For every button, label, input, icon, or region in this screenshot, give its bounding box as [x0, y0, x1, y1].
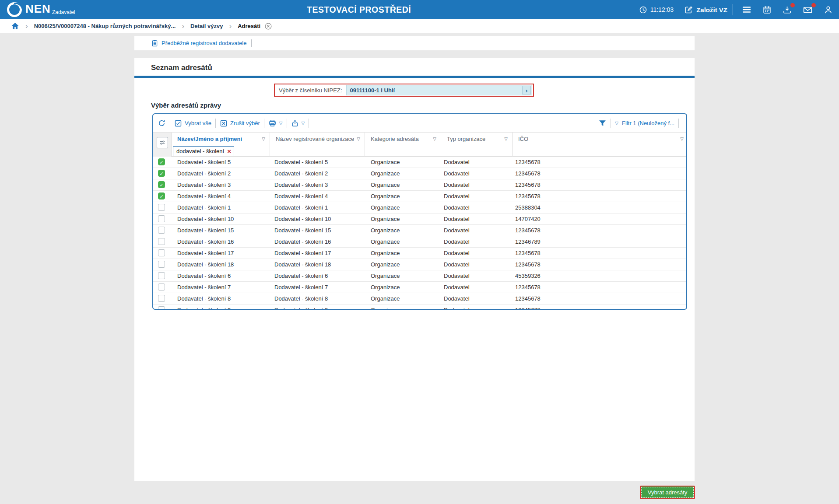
breadcrumb-chevron-icon: › [229, 22, 232, 30]
table-row[interactable]: Dodavatel - školení 18Dodavatel - školen… [153, 259, 686, 270]
cell-type: Dodavatel [444, 282, 470, 293]
cell-organization: Dodavatel - školení 9 [274, 304, 328, 310]
row-checkbox[interactable] [158, 272, 165, 279]
cell-type: Dodavatel [444, 202, 470, 213]
cell-category: Organizace [371, 259, 400, 270]
breadcrumb-item-detail[interactable]: Detail výzvy [190, 23, 223, 29]
export-dropdown-icon[interactable]: ▽ [302, 121, 305, 126]
nipez-open-chevron-icon[interactable]: › [522, 86, 531, 94]
row-checkbox[interactable] [158, 204, 165, 211]
cell-ico: 12345678 [515, 293, 541, 304]
brand-block[interactable]: NEN Zadavatel [7, 1, 75, 17]
table-row[interactable]: Dodavatel - školení 15Dodavatel - školen… [153, 225, 686, 236]
active-filter-label: Filtr 1 (Neuložený f... [622, 120, 674, 126]
select-all-button[interactable]: Vybrat vše [174, 119, 211, 127]
inbox-download-icon[interactable] [783, 5, 792, 14]
menu-hamburger-icon[interactable] [742, 5, 751, 14]
cell-organization: Dodavatel - školení 16 [274, 236, 331, 247]
cell-type: Dodavatel [444, 225, 470, 236]
cell-category: Organizace [371, 179, 400, 190]
table-row[interactable]: Dodavatel - školení 6Dodavatel - školení… [153, 270, 686, 282]
nipez-value-text: 09111100-1 I Uhlí [350, 87, 395, 94]
table-row[interactable]: Dodavatel - školení 10Dodavatel - školen… [153, 214, 686, 225]
row-checkbox[interactable]: ✓ [158, 158, 165, 165]
breadcrumb-chevron-icon: › [182, 22, 184, 30]
brand-name: NEN [25, 3, 51, 14]
select-addressees-button[interactable]: Vybrat adresáty [640, 486, 695, 499]
table-row[interactable]: Dodavatel - školení 17Dodavatel - školen… [153, 248, 686, 259]
toolbar-divider [611, 119, 611, 128]
print-button[interactable]: ▽ [268, 119, 283, 127]
breadcrumb-item-adresati[interactable]: Adresáti [238, 23, 260, 29]
column-header-category[interactable]: Kategorie adresáta ▽ [365, 133, 441, 145]
remove-filter-icon[interactable]: × [227, 148, 231, 154]
home-icon[interactable] [11, 22, 19, 30]
register-supplier-link[interactable]: Předběžně registrovat dodavatele [151, 39, 246, 47]
cell-category: Organizace [371, 225, 400, 236]
column-filter-icon[interactable]: ▽ [433, 136, 436, 141]
row-checkbox[interactable] [158, 249, 165, 256]
row-checkbox[interactable] [158, 215, 165, 222]
print-dropdown-icon[interactable]: ▽ [279, 121, 283, 126]
environment-title: TESTOVACÍ PROSTŘEDÍ [307, 4, 419, 15]
checkbox-x-icon [220, 119, 228, 127]
filter-funnel-button[interactable] [598, 119, 607, 127]
table-row[interactable]: Dodavatel - školení 1Dodavatel - školení… [153, 202, 686, 214]
table-row[interactable]: Dodavatel - školení 16Dodavatel - školen… [153, 236, 686, 248]
table-row[interactable]: ✓Dodavatel - školení 4Dodavatel - školen… [153, 191, 686, 202]
table-row[interactable]: Dodavatel - školení 7Dodavatel - školení… [153, 282, 686, 293]
table-row[interactable]: Dodavatel - školení 9Dodavatel - školení… [153, 304, 686, 310]
column-filter-icon[interactable]: ▽ [262, 136, 265, 141]
cell-organization: Dodavatel - školení 8 [274, 293, 328, 304]
cell-ico: 12345678 [515, 225, 541, 236]
calendar-icon[interactable] [762, 5, 772, 14]
close-tab-icon[interactable] [264, 22, 272, 30]
cell-name: Dodavatel - školení 1 [177, 202, 231, 213]
clear-selection-button[interactable]: Zrušit výběr [220, 119, 260, 127]
table-row[interactable]: ✓Dodavatel - školení 5Dodavatel - školen… [153, 157, 686, 168]
filter-dropdown-icon[interactable]: ▽ [615, 121, 618, 126]
active-filter-control[interactable]: ▽ Filtr 1 (Neuložený f... [615, 120, 674, 126]
row-checkbox[interactable] [158, 306, 165, 310]
export-button[interactable]: ▽ [291, 119, 305, 127]
nipez-value-input[interactable]: 09111100-1 I Uhlí › [346, 85, 533, 95]
column-header-ico[interactable]: IČO ▽ [512, 133, 687, 145]
column-filter-icon[interactable]: ▽ [504, 136, 508, 141]
row-checkbox[interactable]: ✓ [158, 192, 165, 200]
row-checkbox[interactable]: ✓ [158, 170, 165, 177]
row-checkbox[interactable] [158, 227, 165, 234]
cell-name: Dodavatel - školení 2 [177, 168, 231, 179]
column-filter-icon[interactable]: ▽ [357, 136, 360, 141]
cell-category: Organizace [371, 157, 400, 168]
user-profile-icon[interactable] [824, 5, 833, 14]
refresh-button[interactable] [158, 119, 166, 127]
cell-name: Dodavatel - školení 7 [177, 282, 231, 293]
cell-type: Dodavatel [444, 191, 470, 202]
name-filter-chip[interactable]: dodavatel - školení × [173, 146, 234, 156]
row-checkbox[interactable] [158, 284, 165, 290]
column-header-org[interactable]: Název registrované organizace ▽ [270, 133, 365, 145]
column-header-type[interactable]: Typ organizace ▽ [441, 133, 512, 145]
row-checkbox[interactable] [158, 238, 165, 245]
breadcrumb-item-contract[interactable]: N006/25/V00007248 - Nákup různých potrav… [34, 23, 176, 29]
row-checkbox[interactable]: ✓ [158, 181, 165, 188]
cell-organization: Dodavatel - školení 1 [274, 202, 328, 213]
table-row[interactable]: ✓Dodavatel - školení 3Dodavatel - školen… [153, 179, 686, 191]
column-filter-icon[interactable]: ▽ [680, 136, 684, 141]
notification-dot [811, 3, 816, 7]
cell-name: Dodavatel - školení 18 [177, 259, 234, 270]
cell-category: Organizace [371, 214, 400, 224]
table-row[interactable]: Dodavatel - školení 8Dodavatel - školení… [153, 293, 686, 304]
table-row[interactable]: ✓Dodavatel - školení 2Dodavatel - školen… [153, 168, 686, 179]
row-checkbox[interactable] [158, 261, 165, 268]
row-checkbox[interactable] [158, 295, 165, 302]
cell-name: Dodavatel - školení 15 [177, 225, 234, 236]
cell-type: Dodavatel [444, 248, 470, 259]
create-vz-button[interactable]: Založit VZ [685, 6, 727, 14]
cell-ico: 12345678 [515, 259, 541, 270]
column-settings-icon[interactable] [157, 137, 168, 148]
mail-icon[interactable] [803, 5, 813, 14]
column-header-name[interactable]: Název/Jméno a příjmení ▽ [171, 133, 270, 145]
cell-organization: Dodavatel - školení 3 [274, 179, 328, 190]
cell-ico: 12345678 [515, 191, 541, 202]
